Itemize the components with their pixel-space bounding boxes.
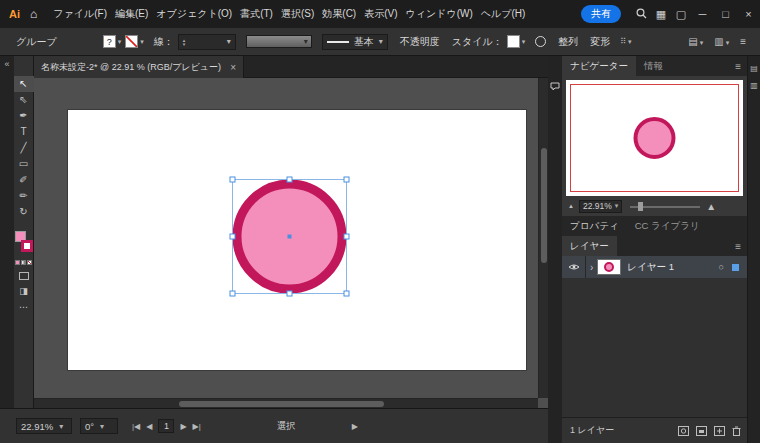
share-button[interactable]: 共有 — [581, 5, 621, 23]
handle-top-center[interactable] — [287, 177, 292, 182]
rotation-chevron-icon[interactable]: ▾ — [100, 422, 104, 431]
menu-file[interactable]: ファイル(F) — [49, 7, 111, 21]
handle-mid-left[interactable] — [230, 234, 235, 239]
rectangle-tool[interactable]: ▭ — [14, 156, 34, 172]
fill-proxy-chevron-icon[interactable]: ▾ — [118, 38, 122, 46]
horizontal-scrollbar[interactable] — [34, 398, 538, 408]
more-options-chevron-icon[interactable]: ▾ — [628, 38, 632, 46]
width-profile-combo[interactable]: 基本 ▾ — [322, 34, 388, 50]
workspace-switcher-icon[interactable]: ▦ — [651, 9, 671, 20]
stroke-color-proxy[interactable] — [125, 35, 138, 48]
next-artboard-icon[interactable]: ▶ — [180, 422, 186, 431]
menu-edit[interactable]: 編集(E) — [111, 7, 152, 21]
menu-help[interactable]: ヘルプ(H) — [477, 7, 530, 21]
handle-bottom-right[interactable] — [344, 291, 349, 296]
handle-bottom-left[interactable] — [230, 291, 235, 296]
layer-target-icon[interactable]: ○ — [719, 262, 724, 272]
navigator-preview[interactable] — [566, 80, 743, 196]
toolbar-stroke-swatch[interactable] — [21, 240, 33, 252]
screen-mode-icon[interactable]: ◨ — [19, 286, 28, 296]
first-artboard-icon[interactable]: |◀ — [132, 422, 140, 431]
comments-panel-icon[interactable] — [550, 82, 560, 91]
layer-name[interactable]: レイヤー 1 — [627, 261, 674, 274]
handle-bottom-center[interactable] — [287, 291, 292, 296]
maximize-button[interactable]: □ — [714, 0, 737, 28]
dock-panel-icon-b[interactable]: ▥ — [748, 81, 760, 90]
zoom-level-combo[interactable]: 22.91% ▾ — [16, 418, 72, 434]
tab-navigator[interactable]: ナビゲーター — [562, 56, 636, 76]
gradient-button[interactable] — [21, 260, 26, 265]
style-swatch[interactable] — [507, 35, 520, 48]
document-tab[interactable]: 名称未設定-2* @ 22.91 % (RGB/プレビュー) × — [34, 56, 244, 78]
stroke-proxy-chevron-icon[interactable]: ▾ — [140, 38, 144, 46]
vertical-scrollbar-thumb[interactable] — [541, 148, 547, 263]
tab-properties[interactable]: プロパティ — [562, 216, 627, 236]
color-button[interactable] — [15, 260, 20, 265]
style-chevron-icon[interactable]: ▾ — [522, 38, 526, 46]
pen-tool[interactable]: ✒ — [14, 108, 34, 124]
navigator-panel-menu-icon[interactable]: ≡ — [735, 61, 741, 72]
tab-info[interactable]: 情報 — [636, 56, 671, 76]
type-tool[interactable]: T — [14, 124, 34, 140]
menu-object[interactable]: オブジェクト(O) — [152, 7, 236, 21]
brush-definition-combo[interactable]: ▾ — [246, 35, 312, 48]
rotation-combo[interactable]: 0° ▾ — [80, 418, 118, 434]
zoom-in-icon[interactable]: ▲ — [706, 201, 716, 212]
profile-chevron-icon[interactable]: ▾ — [379, 37, 383, 46]
handle-top-right[interactable] — [344, 177, 349, 182]
navigator-zoom-field[interactable]: 22.91% ▾ — [579, 200, 622, 213]
navigator-zoom-chevron-icon[interactable]: ▾ — [615, 202, 619, 210]
handle-mid-right[interactable] — [344, 234, 349, 239]
search-icon[interactable] — [631, 8, 651, 21]
arrange-documents-icon[interactable]: ▢ — [671, 9, 691, 20]
menu-type[interactable]: 書式(T) — [236, 7, 277, 21]
artboard-number-field[interactable]: 1 — [158, 419, 174, 433]
zoom-out-icon[interactable]: ▲ — [568, 203, 574, 209]
vertical-scrollbar[interactable] — [538, 78, 548, 398]
horizontal-scrollbar-thumb[interactable] — [179, 401, 384, 407]
menu-select[interactable]: 選択(S) — [277, 7, 318, 21]
more-options-icon[interactable]: ⠿ — [620, 37, 626, 46]
delete-layer-icon[interactable] — [732, 426, 741, 436]
handle-top-left[interactable] — [230, 177, 235, 182]
selection-tool[interactable]: ↖ — [14, 76, 34, 92]
stroke-width-combo[interactable]: ▴▾ ▾ — [178, 34, 236, 50]
tab-layers[interactable]: レイヤー — [562, 236, 617, 256]
menu-view[interactable]: 表示(V) — [360, 7, 401, 21]
zoom-slider-thumb[interactable] — [638, 202, 643, 211]
previous-artboard-icon[interactable]: ◀ — [146, 422, 152, 431]
menu-effect[interactable]: 効果(C) — [318, 7, 360, 21]
zoom-chevron-icon[interactable]: ▾ — [59, 422, 63, 431]
line-tool[interactable]: ╱ — [14, 140, 34, 156]
direct-selection-tool[interactable]: ⇖ — [14, 92, 34, 108]
none-button[interactable] — [27, 260, 32, 265]
fill-color-proxy[interactable]: ? — [103, 35, 116, 48]
controlbar-menu-icon[interactable]: ≡ — [740, 36, 746, 47]
layer-row[interactable]: › レイヤー 1 ○ — [562, 256, 747, 278]
transform-label[interactable]: 変形 — [590, 35, 610, 49]
canvas-viewport[interactable] — [34, 78, 548, 408]
minimize-button[interactable]: ─ — [691, 0, 714, 28]
panel-layout-icon[interactable]: ▥▾ — [714, 36, 731, 47]
new-layer-icon[interactable] — [714, 426, 725, 436]
layer-expand-icon[interactable]: › — [590, 262, 593, 273]
brush-chevron-icon[interactable]: ▾ — [304, 37, 308, 46]
collapse-tools-icon[interactable]: « — [0, 59, 14, 69]
dock-panel-icon-a[interactable]: ▤ — [748, 64, 760, 73]
center-anchor-point[interactable] — [288, 235, 292, 239]
edit-toolbar-icon[interactable]: ⋯ — [19, 302, 28, 312]
navigator-zoom-slider[interactable] — [630, 202, 700, 211]
close-button[interactable]: × — [737, 0, 760, 28]
paintbrush-tool[interactable]: ✐ — [14, 172, 34, 188]
document-arrange-icon[interactable]: ▤▾ — [688, 36, 705, 47]
align-label[interactable]: 整列 — [558, 35, 578, 49]
new-sublayer-icon[interactable] — [696, 426, 707, 436]
tab-cc-library[interactable]: CC ライブラリ — [627, 216, 708, 236]
layer-visibility-eye-icon[interactable] — [568, 263, 580, 271]
stroke-width-chevron-icon[interactable]: ▾ — [227, 37, 231, 46]
home-icon[interactable]: ⌂ — [30, 8, 37, 20]
layer-selection-chip[interactable] — [732, 264, 739, 271]
pencil-tool[interactable]: ✏ — [14, 188, 34, 204]
rotate-tool[interactable]: ↻ — [14, 204, 34, 220]
layer-thumbnail[interactable] — [597, 259, 621, 275]
